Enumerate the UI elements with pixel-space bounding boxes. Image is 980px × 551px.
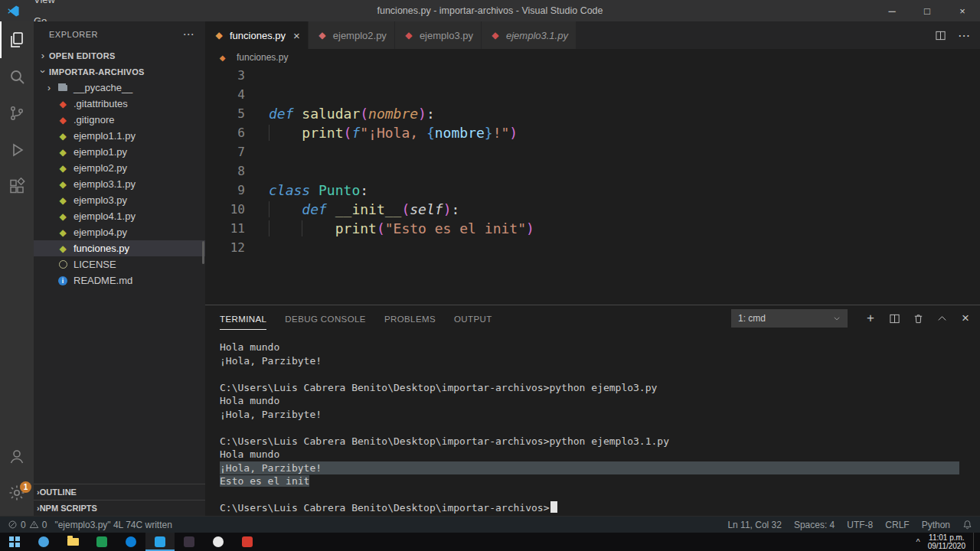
taskbar-clock[interactable]: 11:01 p.m. 09/11/2020 xyxy=(928,533,965,550)
cursor-position-status[interactable]: Ln 11, Col 32 xyxy=(727,520,782,530)
window-title: funciones.py - importar-archivos - Visua… xyxy=(377,5,603,16)
code-line: 10 def __init__(self): xyxy=(205,200,980,219)
activity-account-icon[interactable] xyxy=(0,438,34,474)
tab-ejemplo3.1.py[interactable]: ejemplo3.1.py xyxy=(482,21,577,49)
folder-section[interactable]: › IMPORTAR-ARCHIVOS xyxy=(34,64,205,80)
close-window-button[interactable]: × xyxy=(945,0,980,21)
show-desktop-button[interactable] xyxy=(973,533,977,551)
file-LICENSE[interactable]: LICENSE xyxy=(34,256,205,272)
panel-header: TERMINALDEBUG CONSOLEPROBLEMSOUTPUT 1: c… xyxy=(205,305,980,331)
code-line: 12 xyxy=(205,238,980,257)
file-ejemplo4.py[interactable]: ejemplo4.py xyxy=(34,224,205,240)
taskbar-file-explorer-icon[interactable] xyxy=(58,533,87,551)
twistie-icon: › xyxy=(47,83,57,93)
status-message: "ejemplo3.py" 4L 74C written xyxy=(54,520,172,530)
explorer-title: EXPLORER xyxy=(49,30,98,39)
file-__pycache__[interactable]: ›__pycache__ xyxy=(34,80,205,96)
code-line: 4 xyxy=(205,85,980,104)
activity-explorer-icon[interactable] xyxy=(0,21,34,58)
minimize-button[interactable]: ─ xyxy=(874,0,910,21)
taskbar-excel-icon[interactable] xyxy=(87,533,116,551)
panel-tab-output[interactable]: OUTPUT xyxy=(454,308,492,330)
file-README.md[interactable]: README.md xyxy=(34,272,205,289)
explorer-actions-icon[interactable]: ⋯ xyxy=(183,28,195,41)
title-bar: FileEditSelectionViewGoRunTerminalHelp f… xyxy=(0,0,980,21)
split-terminal-icon[interactable] xyxy=(887,311,901,325)
line-number: 3 xyxy=(205,66,245,85)
kill-terminal-icon[interactable] xyxy=(911,311,925,325)
split-editor-icon[interactable] xyxy=(933,28,947,42)
file-ejemplo1.1.py[interactable]: ejemplo1.1.py xyxy=(34,128,205,144)
window-controls: ─ □ × xyxy=(874,0,980,21)
activity-source-control-icon[interactable] xyxy=(0,95,34,132)
editor-more-actions-icon[interactable]: ⋯ xyxy=(958,28,971,43)
tab-ejemplo3.py[interactable]: ejemplo3.py xyxy=(395,21,482,49)
file-ejemplo1.py[interactable]: ejemplo1.py xyxy=(34,144,205,160)
taskbar-vscode-icon[interactable] xyxy=(145,533,175,551)
indentation-status[interactable]: Spaces: 4 xyxy=(794,520,835,530)
taskbar-app-dark-icon[interactable] xyxy=(175,533,204,551)
problems-status[interactable]: 0 0 xyxy=(8,520,47,530)
breadcrumb[interactable]: funciones.py xyxy=(205,49,980,66)
new-terminal-icon[interactable]: + xyxy=(864,311,877,325)
encoding-status[interactable]: UTF-8 xyxy=(847,520,873,530)
sidebar-scrollbar[interactable] xyxy=(202,241,204,264)
panel-tab-debug-console[interactable]: DEBUG CONSOLE xyxy=(285,308,366,330)
terminal-picker-value: 1: cmd xyxy=(738,313,766,324)
terminal-picker[interactable]: 1: cmd xyxy=(731,309,848,328)
file-tree: ›__pycache__.gitattributes.gitignoreejem… xyxy=(34,80,205,289)
close-tab-icon[interactable]: × xyxy=(293,30,300,41)
system-tray: ^ 11:01 p.m. 09/11/2020 xyxy=(916,533,980,551)
activity-settings-icon[interactable]: 1 xyxy=(0,474,34,511)
code-editor[interactable]: 345def saludar(nombre):6 print(f"¡Hola, … xyxy=(205,66,980,305)
file-ejemplo3.1.py[interactable]: ejemplo3.1.py xyxy=(34,176,205,192)
close-panel-icon[interactable]: × xyxy=(959,311,972,325)
chevron-down-icon xyxy=(833,315,841,322)
file-.gitattributes[interactable]: .gitattributes xyxy=(34,96,205,112)
taskbar-app-light-icon[interactable] xyxy=(204,533,233,551)
tab-funciones.py[interactable]: funciones.py× xyxy=(205,21,309,49)
open-editors-section[interactable]: › OPEN EDITORS xyxy=(34,47,205,64)
maximize-button[interactable]: □ xyxy=(910,0,945,21)
terminal-line: Hola mundo xyxy=(220,448,959,461)
panel-tab-terminal[interactable]: TERMINAL xyxy=(220,308,266,330)
activity-search-icon[interactable] xyxy=(0,58,34,95)
license-file-icon xyxy=(57,259,69,271)
file-ejemplo3.py[interactable]: ejemplo3.py xyxy=(34,192,205,208)
tab-ejemplo2.py[interactable]: ejemplo2.py xyxy=(309,21,395,49)
breadcrumb-item: funciones.py xyxy=(237,52,288,63)
tray-chevron-up-icon[interactable]: ^ xyxy=(916,537,920,546)
python-file-icon xyxy=(316,29,328,41)
language-mode-status[interactable]: Python xyxy=(922,520,950,530)
line-number: 5 xyxy=(205,104,245,123)
file-funciones.py[interactable]: funciones.py xyxy=(34,240,205,256)
terminal-output[interactable]: Hola mundo¡Hola, Parzibyte!C:\Users\Luis… xyxy=(205,331,980,516)
outline-section[interactable]: › OUTLINE xyxy=(34,484,205,500)
activity-run-debug-icon[interactable] xyxy=(0,132,34,168)
panel-tab-problems[interactable]: PROBLEMS xyxy=(384,308,436,330)
python-file-icon xyxy=(57,243,69,255)
terminal-panel: TERMINALDEBUG CONSOLEPROBLEMSOUTPUT 1: c… xyxy=(205,305,980,516)
terminal-line: ¡Hola, Parzibyte! xyxy=(220,461,959,475)
file-ejemplo4.1.py[interactable]: ejemplo4.1.py xyxy=(34,208,205,224)
chevron-down-icon: › xyxy=(38,66,49,78)
taskbar-app-red-icon[interactable] xyxy=(233,533,262,551)
npm-scripts-section[interactable]: › NPM SCRIPTS xyxy=(34,500,205,516)
info-file-icon xyxy=(57,275,69,287)
notifications-bell-icon[interactable] xyxy=(962,520,972,530)
line-number: 6 xyxy=(205,123,245,142)
file-ejemplo2.py[interactable]: ejemplo2.py xyxy=(34,160,205,176)
terminal-line: ¡Hola, Parzibyte! xyxy=(220,408,959,422)
taskbar-start-icon[interactable] xyxy=(0,533,29,551)
activity-extensions-icon[interactable] xyxy=(0,168,34,205)
terminal-line: C:\Users\Luis Cabrera Benito\Desktop\imp… xyxy=(220,381,959,395)
code-line: 8 xyxy=(205,161,980,181)
taskbar-browser-icon[interactable] xyxy=(29,533,58,551)
taskbar-edge-icon[interactable] xyxy=(116,533,145,551)
maximize-panel-icon[interactable] xyxy=(935,311,949,325)
menu-view[interactable]: View xyxy=(27,0,81,11)
line-number: 9 xyxy=(205,181,245,200)
file-.gitignore[interactable]: .gitignore xyxy=(34,112,205,128)
warning-icon xyxy=(29,520,39,530)
eol-status[interactable]: CRLF xyxy=(885,520,909,530)
